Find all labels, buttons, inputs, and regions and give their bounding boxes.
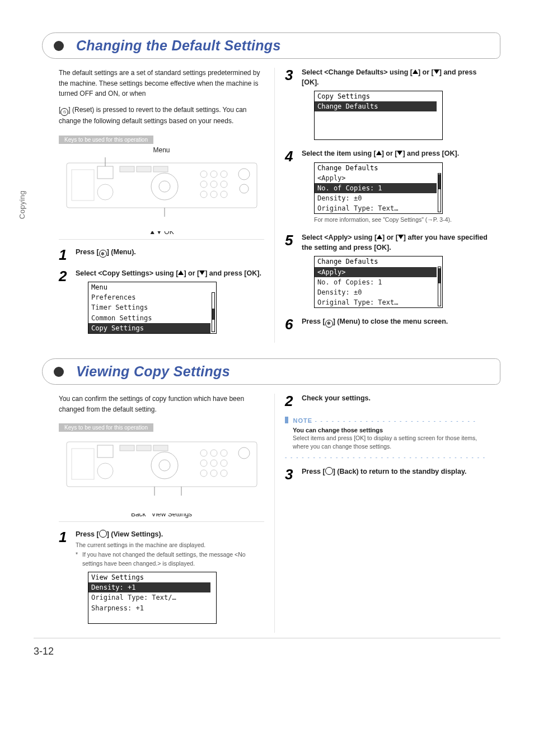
viewing-intro: You can confirm the settings of copy fun…	[59, 394, 264, 414]
note-bar-icon	[285, 417, 288, 423]
vs1-b: ] (View Settings).	[107, 530, 163, 538]
up-arrow-icon	[376, 151, 382, 155]
lcd-line-selected: <Apply>	[315, 267, 437, 277]
lcd-line-selected: No. of Copies: 1	[315, 183, 437, 193]
side-tab-copying: Copying	[18, 190, 26, 219]
viewing-step1-sub1: The current settings in the machine are …	[76, 541, 264, 550]
control-panel-diagram-2	[59, 435, 264, 514]
lcd-line-selected: Change Defaults	[315, 101, 437, 111]
lcd-title: Change Defaults	[315, 163, 437, 173]
intro-paragraph-1: The default settings are a set of standa…	[59, 68, 264, 99]
step3-heading: Select <Change Defaults> using [] or [] …	[302, 68, 490, 87]
step-number-3: 3	[285, 68, 296, 142]
lcd-line: Original Type: Text…	[315, 203, 437, 213]
lcd-line: Original Type: Text…	[315, 297, 437, 307]
lcd-title: Change Defaults	[315, 256, 437, 267]
lcd-line-selected: Copy Settings	[88, 323, 210, 333]
section-title-changing: Changing the Default Settings	[76, 38, 466, 54]
vs3-a: Press [	[302, 468, 325, 475]
step1-a: Press [	[76, 248, 99, 256]
viewing-step-number-2: 2	[285, 394, 296, 408]
lcd-line: Common Settings	[88, 313, 210, 323]
lcd-line: Original Type: Text/…	[88, 592, 210, 603]
section-bullet-icon	[54, 367, 64, 377]
step-number-6: 6	[285, 317, 296, 332]
note-block: NOTE - - - - - - - - - - - - - - - - - -…	[285, 415, 490, 451]
down-arrow-icon	[397, 151, 402, 155]
svg-rect-7	[137, 166, 151, 172]
step4-crossref: For more information, see "Copy Settings…	[314, 216, 490, 223]
step-number-1: 1	[59, 248, 70, 262]
lcd-step3: Copy Settings Change Defaults	[314, 91, 443, 140]
step5-heading: Select <Apply> using [] or [] after you …	[302, 233, 490, 253]
menu-button-icon: ✲	[99, 250, 107, 258]
control-panel-diagram-1: Menu	[59, 147, 264, 231]
lcd-title: Menu	[88, 282, 210, 292]
note-dashes: - - - - - - - - - - - - - - - - - - - - …	[315, 418, 476, 424]
lcd-line: Timer Settings	[88, 302, 210, 312]
panel-divider-2	[59, 521, 264, 522]
note-end-dashes: - - - - - - - - - - - - - - - - - - - - …	[285, 454, 490, 460]
step4-b: ] or [	[382, 150, 397, 157]
view-settings-button-icon	[99, 530, 107, 538]
lcd-line-selected: Density: +1	[88, 582, 210, 592]
down-arrow-icon	[398, 235, 404, 239]
step4-heading: Select the item using [] or [] and press…	[302, 149, 490, 159]
lcd-line: Density: ±0	[315, 287, 437, 297]
reset-icon: ⦸	[60, 108, 68, 116]
viewing-step-number-3: 3	[285, 467, 296, 482]
down-arrow-icon	[434, 69, 439, 74]
vs3-b: ] (Back) to return to the standby displa…	[333, 468, 467, 475]
svg-rect-6	[120, 166, 134, 172]
step2-a: Select <Copy Settings> using [	[76, 269, 178, 277]
section-title-viewing: Viewing Copy Settings	[76, 363, 466, 380]
section-header-changing-defaults: Changing the Default Settings	[42, 32, 500, 59]
panel-top-label-menu: Menu	[153, 146, 170, 154]
svg-rect-30	[153, 445, 168, 451]
note-label-text: NOTE	[293, 417, 312, 424]
svg-rect-8	[153, 166, 168, 172]
back-button-icon	[325, 467, 333, 475]
lcd-scrollbar	[212, 292, 215, 332]
section-bullet-icon	[54, 41, 64, 51]
step6-a: Press [	[302, 318, 325, 325]
lcd-scrollbar	[438, 173, 441, 213]
viewing-step2-heading: Check your settings.	[302, 394, 490, 404]
lcd-viewing-step1: View Settings Density: +1 Original Type:…	[88, 572, 217, 624]
note-body-text: Select items and press [OK] to display a…	[293, 434, 490, 451]
lcd-line: <Apply>	[315, 173, 437, 183]
step-number-4: 4	[285, 149, 296, 226]
up-arrow-icon	[413, 69, 418, 74]
up-arrow-icon	[377, 235, 382, 239]
step5-b: ] or [	[382, 234, 398, 241]
step4-c: ] and press [OK].	[402, 150, 459, 157]
lcd-scrollbar	[438, 267, 441, 306]
step5-a: Select <Apply> using [	[302, 234, 377, 241]
lcd-step2: Menu Preferences Timer Settings Common S…	[88, 282, 217, 334]
svg-rect-28	[120, 445, 134, 451]
section-header-viewing-copy-settings: Viewing Copy Settings	[42, 358, 500, 385]
svg-rect-29	[137, 445, 151, 451]
step3-a: Select <Change Defaults> using [	[302, 68, 413, 76]
down-arrow-icon	[199, 270, 205, 275]
panel-divider	[59, 239, 264, 240]
viewing-step3-heading: Press [] (Back) to return to the standby…	[302, 467, 490, 477]
lcd-step5: Change Defaults <Apply> No. of Copies: 1…	[314, 256, 443, 308]
keys-strip-label: Keys to be used for this operation	[59, 136, 153, 144]
footer-divider	[34, 638, 500, 638]
step1-heading: Press [✲] (Menu).	[76, 248, 264, 258]
menu-button-icon: ✲	[325, 320, 333, 328]
lcd-line	[88, 613, 210, 623]
step3-b: ] or [	[418, 68, 434, 76]
up-arrow-icon	[178, 270, 184, 275]
step-number-2: 2	[59, 269, 70, 336]
step2-heading: Select <Copy Settings> using [] or [] an…	[76, 269, 264, 279]
intro-paragraph-2: [⦸] (Reset) is pressed to revert to the …	[59, 105, 264, 127]
step2-b: ] or [	[184, 269, 199, 277]
lcd-line: No. of Copies: 1	[315, 277, 437, 287]
viewing-step-number-1: 1	[59, 530, 70, 626]
step1-b: ] (Menu).	[107, 248, 136, 256]
lcd-title: View Settings	[88, 572, 210, 582]
viewing-step1-sub2: If you have not changed the default sett…	[76, 550, 264, 568]
lcd-step4: Change Defaults <Apply> No. of Copies: 1…	[314, 162, 443, 214]
